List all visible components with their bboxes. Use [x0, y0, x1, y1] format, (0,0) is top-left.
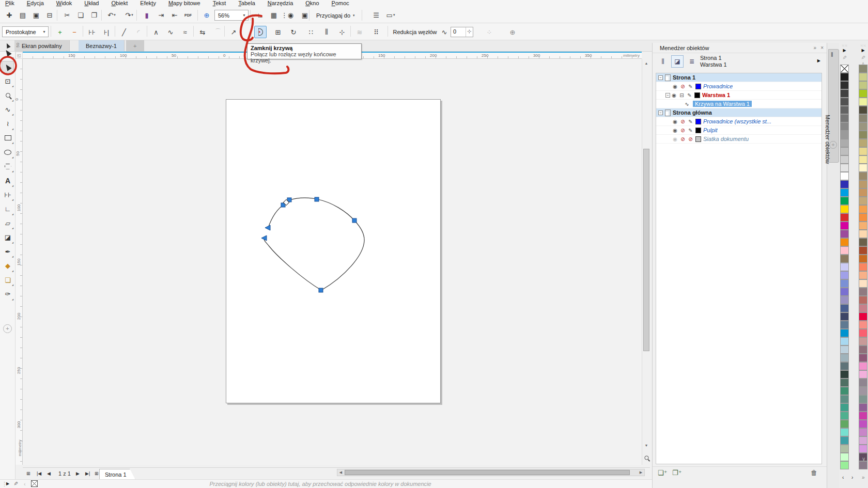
- print-button[interactable]: ⊟: [43, 9, 56, 21]
- last-page-button[interactable]: ▶|: [84, 469, 91, 478]
- document-tab-ekran-powitalny[interactable]: Ekran powitalny: [14, 40, 70, 52]
- vertical-scrollbar[interactable]: ▲ ▼: [642, 59, 650, 465]
- locked-icon[interactable]: ⊘: [687, 136, 694, 142]
- palette-swatch-a[interactable]: [840, 155, 849, 164]
- palette-swatch-b[interactable]: [859, 197, 867, 205]
- tool-connector[interactable]: ∟: [2, 203, 14, 215]
- palette-swatch-a[interactable]: [840, 321, 849, 329]
- tool-shape[interactable]: [2, 61, 14, 73]
- expander-icon[interactable]: −: [665, 93, 670, 98]
- tool-transparency[interactable]: ◪: [2, 231, 14, 244]
- palette-swatch-b[interactable]: [859, 213, 867, 222]
- fullscreen-preview-button[interactable]: ▭: [384, 9, 397, 21]
- menu-efekty[interactable]: Efekty: [135, 0, 163, 7]
- palette-swatch-a[interactable]: [840, 445, 849, 453]
- layer-color-swatch[interactable]: [695, 136, 701, 142]
- new-layer-button[interactable]: ❏⁺: [658, 469, 668, 477]
- palette-swatch-a[interactable]: [840, 263, 849, 271]
- palette-swatch-b[interactable]: [859, 428, 867, 436]
- zoom-level-combo[interactable]: 56% ▾: [214, 10, 249, 21]
- tool-interactive-fill[interactable]: ◆: [2, 260, 14, 272]
- docker-close-icon[interactable]: ×: [820, 45, 824, 51]
- new-document-tab-button[interactable]: +: [126, 40, 144, 52]
- palette-swatch-a[interactable]: [840, 387, 849, 395]
- non-printable-icon[interactable]: ⊘: [679, 136, 687, 142]
- save-button[interactable]: ▣: [30, 9, 42, 21]
- printable-icon[interactable]: ⊟: [678, 92, 686, 98]
- palette-swatch-a[interactable]: [840, 354, 849, 362]
- drawing-canvas[interactable]: [23, 59, 642, 465]
- palette-swatch-a[interactable]: [840, 98, 849, 106]
- palette-swatch-a[interactable]: [840, 395, 849, 403]
- reverse-direction-button[interactable]: ⇆: [196, 26, 209, 38]
- palette-swatch-b[interactable]: [859, 114, 867, 122]
- palette-swatch-b[interactable]: [859, 354, 867, 362]
- palette-swatch-a[interactable]: [840, 131, 849, 139]
- cut-button[interactable]: ✂: [61, 9, 73, 21]
- palette-swatch-a[interactable]: [840, 106, 849, 114]
- menu-obiekt[interactable]: Obiekt: [106, 0, 135, 7]
- curve-smoothness-spinner[interactable]: 0 ⊹: [451, 27, 473, 37]
- tool-text[interactable]: A: [2, 175, 14, 187]
- vertical-scrollbar-thumb[interactable]: [643, 149, 649, 351]
- palette-swatch-a[interactable]: [840, 147, 849, 155]
- palette-swatch-b[interactable]: [859, 387, 867, 395]
- palette-swatch-b[interactable]: [859, 362, 867, 370]
- visibility-eye-icon[interactable]: ◉: [671, 128, 679, 133]
- tool-crop[interactable]: ⊡: [2, 75, 14, 87]
- edit-across-layers-button[interactable]: ◪: [671, 55, 684, 68]
- options-button[interactable]: ☰: [370, 9, 382, 21]
- menu-tabela[interactable]: Tabela: [233, 0, 262, 7]
- palette-eyedropper-icon[interactable]: ✎: [859, 54, 867, 60]
- palette-swatch-a[interactable]: [840, 403, 849, 412]
- palette-swatch-a[interactable]: [840, 453, 849, 461]
- palette-swatch-b[interactable]: [859, 188, 867, 197]
- palette-swatch-a[interactable]: [840, 81, 849, 89]
- expander-icon[interactable]: −: [658, 75, 663, 80]
- horizontal-scrollbar[interactable]: ◀ ▶: [337, 469, 645, 476]
- tree-row-pulpit[interactable]: ◉⊘✎Pulpit: [656, 126, 822, 135]
- toolbox-customize-button[interactable]: +: [3, 324, 12, 333]
- palette-swatch-b[interactable]: [859, 412, 867, 420]
- palette-swatch-a[interactable]: [840, 122, 849, 131]
- palette-swatch-a[interactable]: [840, 461, 849, 469]
- editable-pencil-icon[interactable]: ✎: [687, 119, 694, 124]
- layer-color-swatch[interactable]: [694, 92, 700, 98]
- previous-page-button[interactable]: ◀: [45, 469, 52, 478]
- show-object-properties-button[interactable]: ⫼: [657, 55, 669, 68]
- copy-button[interactable]: ❏: [74, 9, 87, 21]
- tree-row-krzywa-na-warstwa-1[interactable]: ∿Krzywa na Warstwa 1: [656, 100, 822, 108]
- palette-swatch-a[interactable]: [840, 205, 849, 213]
- palette-swatch-b[interactable]: [859, 296, 867, 304]
- palette-swatch-b[interactable]: [859, 370, 867, 379]
- next-page-button[interactable]: ▶: [74, 469, 81, 478]
- palette-swatch-b[interactable]: [859, 81, 867, 89]
- palette-eyedropper-icon[interactable]: ✎: [840, 54, 849, 60]
- palette-swatch-b[interactable]: [859, 246, 867, 255]
- palette-swatch-b[interactable]: [859, 131, 867, 139]
- snap-to-button[interactable]: Przyciągaj do ▾: [316, 10, 355, 21]
- palette-swatch-a[interactable]: [840, 114, 849, 122]
- reflect-nodes-button[interactable]: ⁘: [483, 26, 495, 38]
- tool-color-eyedropper[interactable]: ✒: [2, 245, 14, 258]
- tool-freehand[interactable]: ∿: [2, 103, 14, 116]
- stretch-nodes-button[interactable]: ⊞: [272, 26, 284, 38]
- docker-flyout-icon[interactable]: ▶: [817, 58, 820, 63]
- palette-swatch-b[interactable]: [859, 147, 867, 155]
- tool-two-point-line[interactable]: ≀: [2, 118, 14, 130]
- first-page-button[interactable]: |◀: [35, 469, 43, 478]
- menu-mapy-bitowe[interactable]: Mapy bitowe: [163, 0, 208, 7]
- palette-swatch-b[interactable]: [859, 139, 867, 147]
- import-button[interactable]: ⇥: [155, 9, 167, 21]
- palette-swatch-a[interactable]: [840, 89, 849, 98]
- welcome-screen-button[interactable]: ▣: [299, 9, 311, 21]
- palette-swatch-b[interactable]: [859, 271, 867, 279]
- non-printable-icon[interactable]: ⊘: [679, 84, 687, 89]
- tree-row-prowadnice[interactable]: ◉⊘✎Prowadnice: [656, 82, 822, 91]
- palette-swatch-b[interactable]: [859, 65, 867, 73]
- delete-node-button[interactable]: −: [68, 26, 81, 38]
- palette-swatch-a[interactable]: [840, 73, 849, 81]
- menu-plik[interactable]: Plik: [0, 0, 22, 7]
- rotate-skew-nodes-button[interactable]: ↻: [287, 26, 300, 38]
- palette-swatch-b[interactable]: [859, 255, 867, 263]
